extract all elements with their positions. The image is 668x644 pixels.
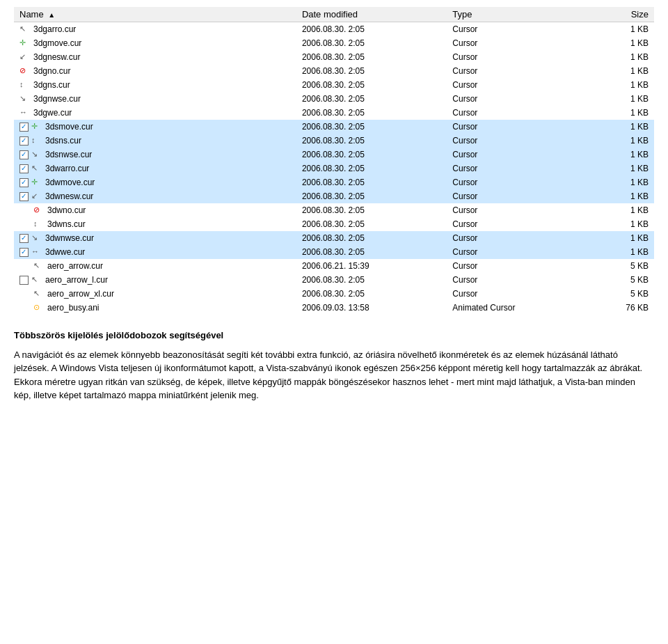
file-type-cell: Animated Cursor xyxy=(447,301,578,315)
row-checkbox[interactable] xyxy=(19,192,29,201)
table-row[interactable]: 3dsnwse.cur2006.08.30. 2:05Cursor1 KB xyxy=(14,148,654,162)
table-row[interactable]: 3dgns.cur2006.08.30. 2:05Cursor1 KB xyxy=(14,78,654,92)
table-row[interactable]: 3dwmove.cur2006.08.30. 2:05Cursor1 KB xyxy=(14,175,654,189)
file-name-cell: 3dgnwse.cur xyxy=(14,92,296,106)
row-checkbox[interactable] xyxy=(19,248,29,257)
file-name-cell: aero_arrow.cur xyxy=(14,259,296,273)
file-name-cell: 3dgno.cur xyxy=(14,64,296,78)
table-row[interactable]: aero_arrow_l.cur2006.08.30. 2:05Cursor5 … xyxy=(14,273,654,287)
table-row[interactable]: 3dwnesw.cur2006.08.30. 2:05Cursor1 KB xyxy=(14,189,654,203)
file-name-cell: aero_arrow_l.cur xyxy=(14,273,296,287)
file-date-cell: 2006.08.30. 2:05 xyxy=(296,217,447,231)
row-checkbox[interactable] xyxy=(19,234,29,243)
file-date-cell: 2006.08.30. 2:05 xyxy=(296,22,447,37)
file-name-cell: 3dgwe.cur xyxy=(14,106,296,120)
file-type-cell: Cursor xyxy=(447,273,578,287)
file-type-icon xyxy=(33,205,45,216)
file-name-label: 3dgnwse.cur xyxy=(33,94,81,104)
file-date-cell: 2006.08.30. 2:05 xyxy=(296,203,447,217)
row-checkbox[interactable] xyxy=(19,123,29,132)
file-date-cell: 2006.08.30. 2:05 xyxy=(296,287,447,301)
table-row[interactable]: 3dgwe.cur2006.08.30. 2:05Cursor1 KB xyxy=(14,106,654,120)
file-type-icon xyxy=(19,24,31,35)
table-row[interactable]: 3dgno.cur2006.08.30. 2:05Cursor1 KB xyxy=(14,64,654,78)
table-row[interactable]: aero_arrow_xl.cur2006.08.30. 2:05Cursor5… xyxy=(14,287,654,301)
table-row[interactable]: 3dwnwse.cur2006.08.30. 2:05Cursor1 KB xyxy=(14,231,654,245)
file-list-table: Name ▲ Date modified Type Size 3dgarro.c… xyxy=(14,7,654,315)
file-type-icon xyxy=(33,288,45,299)
file-size-cell: 1 KB xyxy=(579,134,654,148)
file-name-cell: 3dgnesw.cur xyxy=(14,50,296,64)
file-name-label: 3dgnesw.cur xyxy=(33,52,80,62)
table-row[interactable]: 3dwarro.cur2006.08.30. 2:05Cursor1 KB xyxy=(14,162,654,175)
file-name-label: 3dgarro.cur xyxy=(33,24,76,34)
file-type-icon xyxy=(19,93,31,104)
file-size-cell: 1 KB xyxy=(579,50,654,64)
file-type-icon xyxy=(31,233,42,244)
file-name-cell: 3dsnwse.cur xyxy=(14,148,296,162)
file-date-cell: 2006.08.30. 2:05 xyxy=(296,50,447,64)
file-size-cell: 1 KB xyxy=(579,231,654,245)
file-name-cell: 3dgns.cur xyxy=(14,78,296,92)
file-date-cell: 2006.06.21. 15:39 xyxy=(296,259,447,273)
file-type-icon xyxy=(33,302,45,313)
file-date-cell: 2006.08.30. 2:05 xyxy=(296,189,447,203)
file-name-label: 3dgno.cur xyxy=(33,66,70,76)
table-row[interactable]: 3dgarro.cur2006.08.30. 2:05Cursor1 KB xyxy=(14,22,654,37)
file-name-label: 3dgmove.cur xyxy=(33,38,81,48)
table-row[interactable]: 3dsns.cur2006.08.30. 2:05Cursor1 KB xyxy=(14,134,654,148)
table-row[interactable]: 3dwwe.cur2006.08.30. 2:05Cursor1 KB xyxy=(14,245,654,259)
file-name-cell: aero_busy.ani xyxy=(14,301,296,315)
row-checkbox[interactable] xyxy=(19,136,29,146)
file-name-cell: 3dgarro.cur xyxy=(14,22,296,37)
table-row[interactable]: 3dgnwse.cur2006.08.30. 2:05Cursor1 KB xyxy=(14,92,654,106)
file-name-label: 3dsns.cur xyxy=(45,136,81,146)
file-type-icon xyxy=(31,135,42,146)
file-name-cell: aero_arrow_xl.cur xyxy=(14,287,296,301)
file-name-label: 3dsmove.cur xyxy=(45,122,93,132)
file-size-cell: 1 KB xyxy=(579,217,654,231)
table-row[interactable]: 3dwns.cur2006.08.30. 2:05Cursor1 KB xyxy=(14,217,654,231)
file-type-cell: Cursor xyxy=(447,92,578,106)
file-size-cell: 1 KB xyxy=(579,106,654,120)
file-type-icon xyxy=(31,274,42,285)
file-type-cell: Cursor xyxy=(447,22,578,37)
row-checkbox[interactable] xyxy=(19,164,29,173)
row-checkbox[interactable] xyxy=(19,150,29,159)
table-row[interactable]: 3dgmove.cur2006.08.30. 2:05Cursor1 KB xyxy=(14,36,654,50)
file-type-icon xyxy=(31,177,42,188)
file-date-cell: 2006.08.30. 2:05 xyxy=(296,92,447,106)
file-name-label: aero_arrow_l.cur xyxy=(45,275,108,285)
table-row[interactable]: aero_busy.ani2006.09.03. 13:58Animated C… xyxy=(14,301,654,315)
file-type-icon xyxy=(31,121,42,132)
file-name-cell: 3dwno.cur xyxy=(14,203,296,217)
file-size-cell: 1 KB xyxy=(579,92,654,106)
col-header-size[interactable]: Size xyxy=(579,7,654,22)
table-row[interactable]: 3dgnesw.cur2006.08.30. 2:05Cursor1 KB xyxy=(14,50,654,64)
file-type-cell: Cursor xyxy=(447,120,578,134)
file-size-cell: 76 KB xyxy=(579,301,654,315)
file-date-cell: 2006.08.30. 2:05 xyxy=(296,245,447,259)
table-row[interactable]: 3dwno.cur2006.08.30. 2:05Cursor1 KB xyxy=(14,203,654,217)
col-header-date[interactable]: Date modified xyxy=(296,7,447,22)
file-date-cell: 2006.09.03. 13:58 xyxy=(296,301,447,315)
file-type-cell: Cursor xyxy=(447,217,578,231)
file-size-cell: 1 KB xyxy=(579,64,654,78)
table-row[interactable]: 3dsmove.cur2006.08.30. 2:05Cursor1 KB xyxy=(14,120,654,134)
file-type-cell: Cursor xyxy=(447,287,578,301)
file-name-label: 3dwmove.cur xyxy=(45,178,95,187)
table-row[interactable]: aero_arrow.cur2006.06.21. 15:39Cursor5 K… xyxy=(14,259,654,273)
file-name-cell: 3dsmove.cur xyxy=(14,120,296,134)
col-header-type[interactable]: Type xyxy=(447,7,578,22)
file-name-cell: 3dwwe.cur xyxy=(14,245,296,259)
file-name-cell: 3dwns.cur xyxy=(14,217,296,231)
file-date-cell: 2006.08.30. 2:05 xyxy=(296,273,447,287)
file-type-icon xyxy=(19,79,31,91)
file-name-label: aero_busy.ani xyxy=(47,303,100,313)
row-checkbox[interactable] xyxy=(19,276,29,285)
row-checkbox[interactable] xyxy=(19,178,29,187)
file-type-icon xyxy=(33,260,45,272)
section-paragraph: A navigációt és az elemek könnyebb beazo… xyxy=(14,348,654,402)
col-header-name[interactable]: Name ▲ xyxy=(14,7,296,22)
file-name-cell: 3dwnwse.cur xyxy=(14,231,296,245)
